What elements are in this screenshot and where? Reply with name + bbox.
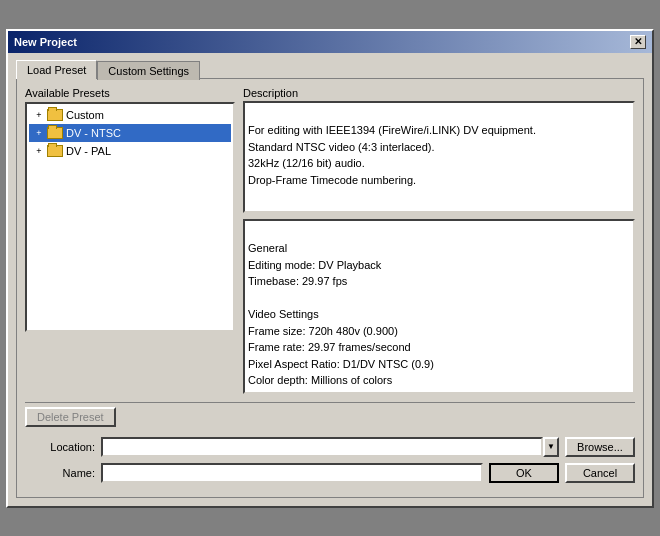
folder-dv-pal-icon [47, 145, 63, 157]
tab-content: Available Presets + Custom + DV - NT [16, 78, 644, 498]
name-row: Name: OK Cancel [25, 463, 635, 483]
dialog-title: New Project [14, 36, 77, 48]
description-box: For editing with IEEE1394 (FireWire/i.LI… [243, 101, 635, 213]
name-input[interactable] [101, 463, 483, 483]
bottom-area: Delete Preset Location: ▼ Browse... Name… [25, 402, 635, 483]
dialog-content: Load Preset Custom Settings Available Pr… [8, 53, 652, 506]
expand-custom-icon: + [31, 107, 47, 123]
location-input[interactable] [101, 437, 543, 457]
location-dropdown-button[interactable]: ▼ [543, 437, 559, 457]
expand-dv-pal-icon: + [31, 143, 47, 159]
delete-btn-row: Delete Preset [25, 407, 635, 427]
cancel-button[interactable]: Cancel [565, 463, 635, 483]
description-text[interactable]: For editing with IEEE1394 (FireWire/i.LI… [248, 106, 630, 208]
name-label: Name: [25, 467, 95, 479]
delete-preset-button[interactable]: Delete Preset [25, 407, 116, 427]
location-row: Location: ▼ Browse... [25, 437, 635, 457]
folder-custom-icon [47, 109, 63, 121]
tab-load-preset[interactable]: Load Preset [16, 60, 97, 79]
new-project-dialog: New Project ✕ Load Preset Custom Setting… [6, 29, 654, 508]
tab-bar: Load Preset Custom Settings [16, 59, 644, 78]
available-presets-label: Available Presets [25, 87, 235, 99]
tree-label-custom: Custom [66, 109, 104, 121]
tree-label-dv-ntsc: DV - NTSC [66, 127, 121, 139]
settings-box[interactable]: General Editing mode: DV Playback Timeba… [243, 219, 635, 394]
location-label: Location: [25, 441, 95, 453]
title-bar: New Project ✕ [8, 31, 652, 53]
presets-tree[interactable]: + Custom + DV - NTSC + [25, 102, 235, 332]
folder-dv-ntsc-icon [47, 127, 63, 139]
location-combo-wrapper: ▼ [101, 437, 559, 457]
left-panel: Available Presets + Custom + DV - NT [25, 87, 235, 394]
tree-item-custom[interactable]: + Custom [29, 106, 231, 124]
description-label: Description [243, 87, 635, 99]
tree-item-dv-ntsc[interactable]: + DV - NTSC [29, 124, 231, 142]
browse-button[interactable]: Browse... [565, 437, 635, 457]
tree-label-dv-pal: DV - PAL [66, 145, 111, 157]
tab-inner-layout: Available Presets + Custom + DV - NT [25, 87, 635, 394]
expand-dv-ntsc-icon: + [31, 125, 47, 141]
close-button[interactable]: ✕ [630, 35, 646, 49]
tree-item-dv-pal[interactable]: + DV - PAL [29, 142, 231, 160]
ok-button[interactable]: OK [489, 463, 559, 483]
description-section: Description For editing with IEEE1394 (F… [243, 87, 635, 213]
right-panel: Description For editing with IEEE1394 (F… [243, 87, 635, 394]
tab-custom-settings[interactable]: Custom Settings [97, 61, 200, 80]
